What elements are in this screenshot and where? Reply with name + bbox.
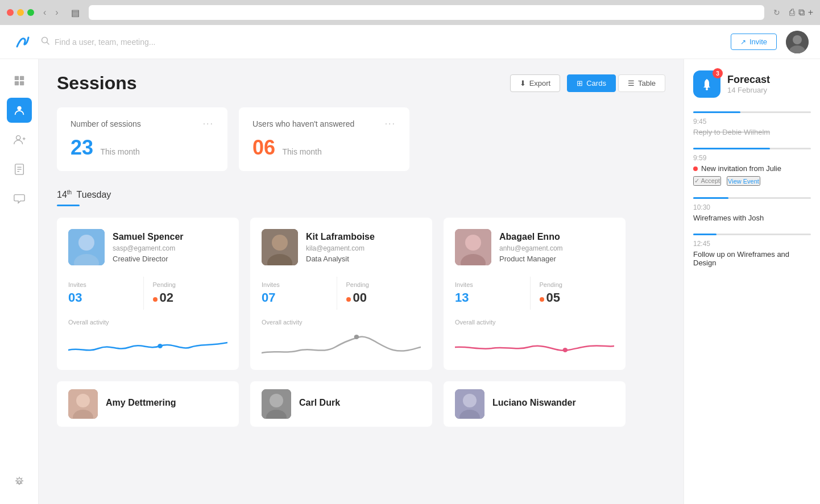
pending-stat-samuel: Pending 02 bbox=[143, 277, 228, 310]
timeline-time-959: 9:59 bbox=[693, 154, 811, 162]
minimize-dot[interactable] bbox=[17, 9, 24, 16]
pending-dot-abagael bbox=[540, 297, 544, 302]
sidebar-toggle-button[interactable]: ▤ bbox=[68, 6, 83, 19]
user-name-luciano: Luciano Niswander bbox=[492, 398, 576, 408]
timeline-fill-959 bbox=[693, 148, 770, 149]
invite-button[interactable]: ↗ Invite bbox=[731, 34, 777, 50]
user-role-kit: Data Analysit bbox=[306, 255, 375, 263]
accept-button[interactable]: ✓ Accept bbox=[693, 176, 721, 186]
timeline-item-1030: 10:30 Wireframes with Josh bbox=[693, 197, 811, 222]
sidebar-item-document[interactable] bbox=[7, 157, 32, 182]
view-event-button[interactable]: View Event bbox=[727, 176, 760, 186]
svg-point-29 bbox=[563, 348, 568, 352]
forecast-header: 3 Forecast 14 February bbox=[693, 70, 811, 98]
forecast-title: Forecast bbox=[727, 74, 770, 86]
right-panel: 3 Forecast 14 February 9:45 Reply to Deb… bbox=[684, 59, 820, 504]
cards-grid-icon: ⊞ bbox=[577, 79, 583, 88]
stat-card-sessions-header: Number of sessions ··· bbox=[71, 119, 214, 129]
user-cards-grid: Samuel Spencer sasp@egament.com Creative… bbox=[57, 218, 665, 370]
back-button[interactable]: ‹ bbox=[40, 6, 49, 19]
user-card-abagael: Abagael Enno anhu@egament.com Product Ma… bbox=[444, 218, 626, 370]
close-dot[interactable] bbox=[7, 9, 14, 16]
cards-label: Cards bbox=[586, 79, 606, 88]
sessions-header: Sessions ⬇ Export ⊞ Cards ☰ Table bbox=[57, 73, 665, 94]
user-avatar[interactable] bbox=[786, 31, 809, 53]
content-area: Sessions ⬇ Export ⊞ Cards ☰ Table bbox=[39, 59, 684, 504]
new-tab-button[interactable]: ⧉ bbox=[798, 7, 805, 18]
svg-line-1 bbox=[47, 43, 49, 45]
stat-unanswered-menu[interactable]: ··· bbox=[385, 119, 396, 129]
svg-point-23 bbox=[272, 235, 288, 251]
user-email-kit: kila@egament.com bbox=[306, 244, 375, 252]
export-label: Export bbox=[529, 79, 551, 88]
invites-value-kit: 07 bbox=[262, 290, 337, 305]
stat-cards: Number of sessions ··· 23 This month Use… bbox=[57, 107, 665, 171]
app-container: Find a user, team, meeting... ↗ Invite bbox=[0, 25, 820, 504]
pending-value-kit: 00 bbox=[346, 290, 421, 305]
date-number: 14 bbox=[57, 190, 67, 199]
refresh-button[interactable]: ↻ bbox=[770, 7, 784, 18]
user-stats-samuel: Invites 03 Pending 02 bbox=[68, 277, 227, 310]
forecast-date: 14 February bbox=[727, 86, 770, 94]
pending-stat-kit: Pending 00 bbox=[337, 277, 421, 310]
share-button[interactable]: ⎙ bbox=[789, 7, 795, 18]
add-tab-button[interactable]: + bbox=[808, 7, 813, 18]
pending-value-abagael: 05 bbox=[540, 290, 615, 305]
timeline-fill-945 bbox=[693, 111, 740, 113]
user-email-abagael: anhu@egament.com bbox=[499, 244, 563, 252]
date-day: Tuesday bbox=[77, 190, 111, 199]
user-card-samuel: Samuel Spencer sasp@egament.com Creative… bbox=[57, 218, 239, 370]
user-email-samuel: sasp@egament.com bbox=[113, 244, 184, 252]
svg-rect-5 bbox=[14, 76, 18, 80]
svg-point-37 bbox=[463, 394, 477, 407]
sidebar-item-settings[interactable] bbox=[7, 470, 32, 495]
forward-button[interactable]: › bbox=[52, 6, 61, 19]
cards-view-button[interactable]: ⊞ Cards bbox=[567, 74, 616, 92]
left-sidebar bbox=[0, 59, 39, 504]
activity-label-kit: Overall activity bbox=[262, 319, 421, 326]
view-toggle: ⊞ Cards ☰ Table bbox=[567, 74, 665, 92]
timeline-actions-959: ✓ Accept View Event bbox=[693, 176, 811, 186]
address-bar[interactable] bbox=[89, 5, 764, 20]
sidebar-item-layers[interactable] bbox=[7, 68, 32, 93]
sidebar-item-person-add[interactable] bbox=[7, 127, 32, 152]
timeline-time-945: 9:45 bbox=[693, 118, 811, 126]
table-icon: ☰ bbox=[628, 79, 635, 88]
sidebar-item-chat[interactable] bbox=[7, 186, 32, 211]
export-button[interactable]: ⬇ Export bbox=[510, 74, 561, 92]
search-placeholder[interactable]: Find a user, team, meeting... bbox=[55, 38, 155, 47]
stat-sessions-title: Number of sessions bbox=[71, 119, 141, 128]
sidebar-item-users[interactable] bbox=[7, 98, 32, 123]
svg-point-34 bbox=[270, 394, 283, 407]
stat-sessions-period: This month bbox=[101, 147, 140, 156]
svg-point-40 bbox=[706, 88, 708, 90]
svg-point-27 bbox=[465, 235, 481, 251]
avatar-luciano bbox=[455, 389, 484, 419]
invite-arrow-icon: ↗ bbox=[740, 38, 746, 46]
invites-stat-abagael: Invites 13 bbox=[455, 277, 530, 310]
avatar-amy bbox=[68, 389, 98, 419]
date-sup: th bbox=[67, 189, 72, 195]
stat-unanswered-value: 06 bbox=[252, 136, 275, 159]
invites-value-abagael: 13 bbox=[455, 290, 530, 305]
pending-stat-abagael: Pending 05 bbox=[530, 277, 615, 310]
maximize-dot[interactable] bbox=[27, 9, 34, 16]
timeline-time-1030: 10:30 bbox=[693, 203, 811, 211]
browser-action-buttons: ⎙ ⧉ + bbox=[789, 7, 813, 18]
search-icon bbox=[41, 36, 50, 47]
stat-sessions-value: 23 bbox=[71, 136, 93, 159]
chart-samuel bbox=[68, 330, 227, 359]
notification-bell[interactable]: 3 bbox=[693, 70, 720, 98]
invites-value-samuel: 03 bbox=[68, 290, 143, 305]
activity-label-samuel: Overall activity bbox=[68, 319, 227, 326]
timeline-content-1245: Follow up on Wireframes and Design bbox=[693, 250, 811, 267]
timeline-content-959: New invitation from Julie bbox=[693, 164, 811, 173]
forecast-title-area: Forecast 14 February bbox=[727, 74, 770, 94]
stat-sessions-menu[interactable]: ··· bbox=[203, 119, 214, 129]
user-stats-abagael: Invites 13 Pending 05 bbox=[455, 277, 614, 310]
pending-value-samuel: 02 bbox=[153, 290, 228, 305]
chart-kit bbox=[262, 330, 421, 359]
table-view-button[interactable]: ☰ Table bbox=[618, 74, 665, 92]
user-name-carl: Carl Durk bbox=[299, 398, 340, 408]
timeline-item-945: 9:45 Reply to Debie Wilhelm bbox=[693, 111, 811, 136]
